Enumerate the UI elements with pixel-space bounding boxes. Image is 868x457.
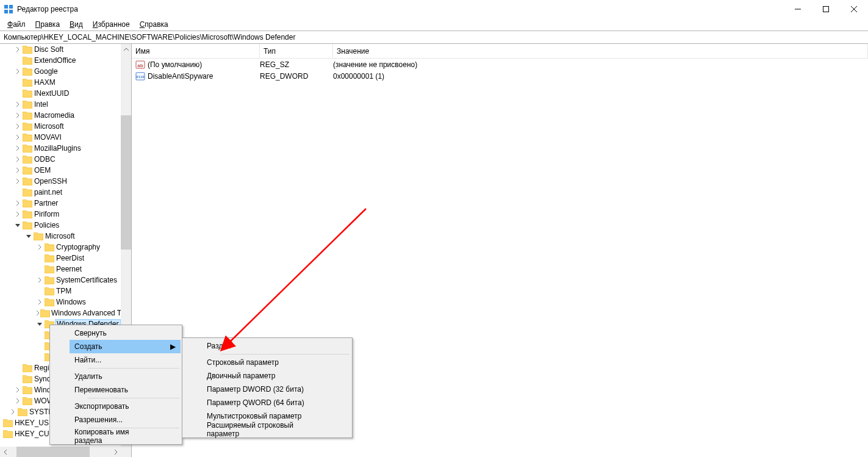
ctx-permissions[interactable]: Разрешения... [70,413,181,426]
col-header-name[interactable]: Имя [132,44,260,58]
tree-item[interactable]: Microsoft [0,121,131,132]
folder-icon [22,386,33,394]
ctx-collapse[interactable]: Свернуть [70,326,181,340]
tree-item[interactable]: Google [0,66,131,77]
folder-icon [44,298,55,306]
value-data: 0x00000001 (1) [333,72,868,81]
ctx-new-string[interactable]: Строковый параметр [202,356,351,369]
tree-horizontal-scrollbar[interactable] [0,447,131,457]
tree-item[interactable]: Cryptography [0,242,131,253]
tree-item[interactable]: SystemCertificates [0,275,131,286]
tree-item[interactable]: Disc Soft [0,44,131,55]
string-value-icon: ab [135,60,145,70]
tree-item[interactable]: Macromedia [0,110,131,121]
expand-chevron-icon[interactable] [13,113,22,118]
menu-favorites[interactable]: Избранное [89,20,134,29]
scroll-left-button[interactable] [0,447,10,457]
chevron-right-icon: ▶ [170,342,176,351]
col-header-value[interactable]: Значение [333,44,868,58]
tree-item[interactable]: PeerDist [0,253,131,264]
expand-chevron-icon[interactable] [13,201,22,206]
folder-icon [22,45,33,54]
menu-view[interactable]: Вид [66,20,87,29]
ctx-copy-key-name[interactable]: Копировать имя раздела [70,430,181,443]
tree-item[interactable]: Windows [0,297,131,308]
expand-chevron-icon[interactable] [13,124,22,129]
expand-chevron-icon[interactable] [13,179,22,184]
tree-item[interactable]: MozillaPlugins [0,143,131,154]
expand-chevron-icon[interactable] [13,146,22,151]
expand-chevron-icon[interactable] [13,212,22,217]
close-button[interactable] [840,0,868,18]
ctx-export[interactable]: Экспортировать [70,400,181,413]
tree-item[interactable]: Piriform [0,209,131,220]
tree-item[interactable]: Partner [0,198,131,209]
expand-chevron-icon[interactable] [35,311,40,315]
ctx-new-qword[interactable]: Параметр QWORD (64 бита) [202,396,351,409]
expand-chevron-icon[interactable] [35,322,44,326]
folder-icon [22,177,33,185]
ctx-new-binary[interactable]: Двоичный параметр [202,369,351,383]
tree-item[interactable]: Peernet [0,264,131,275]
menu-edit[interactable]: Правка [32,20,64,29]
tree-item[interactable]: Policies [0,220,131,231]
tree-item[interactable]: TPM [0,286,131,297]
col-header-type[interactable]: Тип [260,44,333,58]
minimize-button[interactable] [784,0,812,18]
tree-item[interactable]: OEM [0,165,131,176]
expand-chevron-icon[interactable] [13,69,22,74]
ctx-rename[interactable]: Переименовать [70,383,181,397]
address-text: Компьютер\HKEY_LOCAL_MACHINE\SOFTWARE\Po… [4,33,295,41]
list-row[interactable]: 0110DisableAntiSpywareREG_DWORD0x0000000… [132,70,868,82]
tree-item-label: Windows Advanced Threat Protection [50,309,131,317]
expand-chevron-icon[interactable] [13,387,22,392]
scroll-thumb-v[interactable] [121,115,131,250]
tree-item[interactable]: Windows Advanced Threat Protection [0,308,131,318]
expand-chevron-icon[interactable] [13,398,22,403]
expand-chevron-icon[interactable] [35,278,44,282]
tree-item[interactable]: MOVAVI [0,132,131,143]
folder-icon [22,78,33,87]
scroll-right-button[interactable] [110,447,121,457]
expand-chevron-icon[interactable] [9,409,17,414]
tree-item[interactable]: HAXM [0,77,131,88]
ctx-new-dword[interactable]: Параметр DWORD (32 бита) [202,383,351,396]
expand-chevron-icon[interactable] [13,168,22,173]
maximize-button[interactable] [812,0,840,18]
tree-item-label: ExtendOffice [33,56,76,65]
tree-item-label: Policies [33,221,59,229]
tree-item[interactable]: OpenSSH [0,176,131,187]
tree-item[interactable]: ExtendOffice [0,55,131,66]
value-data: (значение не присвоено) [333,60,868,69]
menu-help[interactable]: Справка [136,20,172,29]
value-type: REG_DWORD [260,72,333,81]
ctx-new-expandstring[interactable]: Расширяемый строковый параметр [202,423,351,436]
expand-chevron-icon[interactable] [35,245,44,250]
ctx-new-key[interactable]: Раздел [202,339,351,353]
expand-chevron-icon[interactable] [13,47,22,52]
expand-chevron-icon[interactable] [35,300,44,304]
expand-chevron-icon[interactable] [13,102,22,107]
tree-item[interactable]: paint.net [0,187,131,198]
tree-item[interactable]: ODBC [0,154,131,165]
ctx-new[interactable]: Создать▶ [70,340,181,353]
folder-icon [22,364,33,372]
folder-icon [22,122,33,131]
scroll-thumb-h[interactable] [16,447,90,457]
expand-chevron-icon[interactable] [24,234,33,239]
ctx-find[interactable]: Найти... [70,353,181,367]
expand-chevron-icon[interactable] [13,157,22,162]
expand-chevron-icon[interactable] [13,223,22,228]
expand-chevron-icon[interactable] [13,135,22,140]
menu-file[interactable]: Файл [4,20,29,29]
tree-item[interactable]: Intel [0,99,131,110]
tree-item[interactable]: INextUUID [0,88,131,99]
tree-item-label: paint.net [33,188,62,196]
ctx-delete[interactable]: Удалить [70,370,181,383]
tree-item-label: SystemCertificates [55,276,117,284]
folder-icon [17,408,28,416]
scroll-up-button[interactable] [121,44,131,54]
tree-item[interactable]: Microsoft [0,231,131,242]
list-row[interactable]: ab(По умолчанию)REG_SZ(значение не присв… [132,59,868,70]
address-bar[interactable]: Компьютер\HKEY_LOCAL_MACHINE\SOFTWARE\Po… [0,31,868,44]
